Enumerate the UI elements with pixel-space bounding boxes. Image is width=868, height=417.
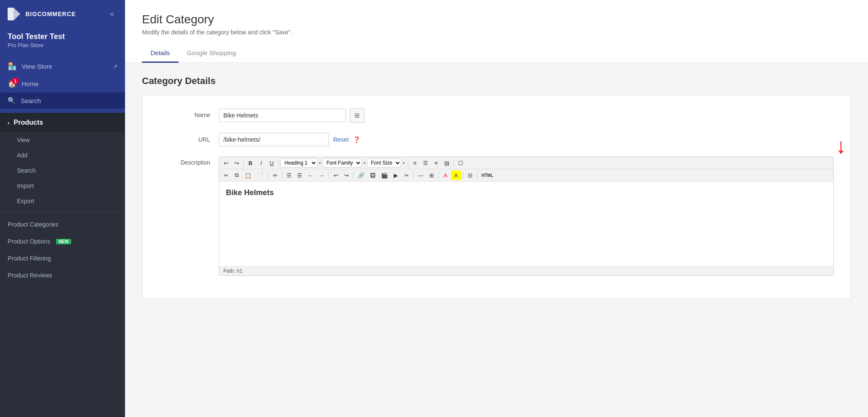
description-label: Description [159,157,210,166]
sidebar-dark: ‹ Products View Add Search Import Export… [0,113,125,417]
outdent-button[interactable]: ← [305,171,316,180]
red-arrow-indicator: ↓ [836,135,846,157]
section-title: Category Details [142,76,851,87]
page-header: Edit Category Modify the details of the … [125,0,868,63]
undo-button[interactable]: ↩ [221,158,231,168]
logo-text: BIGCOMMERCE [25,11,76,17]
italic-button[interactable]: I [256,158,266,168]
home-badge: 1 [12,78,19,84]
product-options-badge: NEW [56,239,71,244]
description-row: Description ↓ ↩ ↪ B I U [159,157,834,276]
bold-button[interactable]: B [245,158,256,168]
text-color-button[interactable]: A [440,171,451,180]
paste-text-button[interactable]: 📄 [254,171,266,180]
youtube-button[interactable]: ▶ [391,171,401,180]
toolbar-sep-3 [408,159,408,167]
logo-area: BIGCOMMERCE [6,6,76,22]
toolbar-sep-1 [243,159,244,167]
widget-button[interactable]: ✂ [401,171,412,180]
editor-content-area[interactable]: Bike Helmets [219,182,833,266]
hr-button[interactable]: — [415,171,426,180]
align-center-button[interactable]: ☰ [420,158,431,168]
bigcommerce-logo-icon [6,6,22,22]
box-button[interactable]: ☐ [456,158,466,168]
sidebar-item-add[interactable]: Add [0,148,125,163]
copy-button[interactable]: ⧉ [231,171,242,180]
name-input[interactable] [219,109,346,122]
editor-status-bar: Path: h1 [219,266,833,275]
redo-button[interactable]: ↪ [231,158,242,168]
align-right-button[interactable]: ≡ [431,158,441,168]
store-info: Tool Tester Test Pro Plan Store [0,28,125,55]
editor-wrapper: ↩ ↪ B I U Heading 1 Heading 2 Heading 3 [219,157,834,276]
toolbar-sep-8 [353,171,353,179]
name-row: Name ⊞ [159,108,834,123]
sidebar-collapse-button[interactable]: « [107,8,117,20]
url-control-area: Reset ❓ [219,133,834,146]
toolbar-sep-11 [463,171,463,179]
indent-button[interactable]: → [316,171,327,180]
justify-button[interactable]: ▤ [442,158,452,168]
name-icon-button[interactable]: ⊞ [350,108,364,123]
reset-link[interactable]: Reset [333,136,349,143]
tab-details[interactable]: Details [142,44,178,63]
media-button[interactable]: 🎬 [378,171,390,180]
tabs: Details Google Shopping [142,44,851,62]
editor-toolbar-row1: ↩ ↪ B I U Heading 1 Heading 2 Heading 3 [219,157,833,169]
heading-select[interactable]: Heading 1 Heading 2 Heading 3 Paragraph [281,158,317,168]
product-reviews-label: Product Reviews [8,272,52,279]
help-icon: ❓ [353,136,360,143]
ordered-list-button[interactable]: ☰ [295,171,305,180]
sidebar-item-view[interactable]: View [0,132,125,148]
main-content: Edit Category Modify the details of the … [125,0,868,417]
search-icon: 🔍 [8,97,16,104]
sidebar-item-product-options[interactable]: Product Options NEW [0,233,125,250]
url-input[interactable] [219,133,329,146]
sidebar-item-product-filtering[interactable]: Product Filtering [0,250,125,267]
toolbar-sep-12 [477,171,477,179]
form-card: Name ⊞ URL Reset ❓ Descripti [142,95,851,299]
html-source-button[interactable]: HTML [479,171,496,180]
editor-heading-text: Bike Helmets [226,188,274,197]
toolbar-sep-6 [282,171,282,179]
heading-select-arrow: ▾ [319,160,321,166]
sidebar-item-product-reviews[interactable]: Product Reviews [0,267,125,284]
link-button[interactable]: 🔗 [355,171,367,180]
sidebar-item-export[interactable]: Export [0,193,125,209]
undo2-button[interactable]: ↩ [331,171,341,180]
sidebar-item-view-store[interactable]: 🏪 View Store ↗ [0,58,125,75]
toolbar-sep-10 [438,171,439,179]
name-control-area: ⊞ [219,108,834,123]
sidebar-item-home[interactable]: 🏠 1 Home [0,75,125,92]
font-family-arrow: ▾ [363,160,366,166]
name-label: Name [159,108,210,118]
tab-google-shopping[interactable]: Google Shopping [178,44,245,63]
external-link-icon: ↗ [113,63,117,70]
page-title: Edit Category [142,13,851,26]
editor-outer: ↓ ↩ ↪ B I U Heading 1 [219,157,834,276]
align-left-button[interactable]: ≡ [410,158,420,168]
font-size-select[interactable]: Font Size [367,158,401,168]
sidebar-item-import[interactable]: Import [0,178,125,193]
font-family-select[interactable]: Font Family [323,158,362,168]
sidebar-products-label: Products [14,119,43,126]
sidebar-item-search[interactable]: Search [0,163,125,178]
redo2-button[interactable]: ↪ [341,171,351,180]
url-row: URL Reset ❓ [159,133,834,146]
underline-button[interactable]: U [267,158,277,168]
line-button[interactable]: ⊟ [465,171,475,180]
image-button[interactable]: 🖼 [367,171,378,180]
edit-button[interactable]: ✏ [270,171,280,180]
table-button[interactable]: ⊞ [426,171,437,180]
sidebar-products-section[interactable]: ‹ Products [0,113,125,132]
sidebar-item-search[interactable]: 🔍 Search [0,92,125,109]
sidebar-item-product-categories[interactable]: Product Categories [0,216,125,233]
toolbar-sep-5 [268,171,268,179]
paste-button[interactable]: 📋 [242,171,254,180]
font-size-arrow: ▾ [403,160,405,166]
form-section: Category Details Name ⊞ URL Reset ❓ [125,63,868,312]
sidebar: BIGCOMMERCE « Tool Tester Test Pro Plan … [0,0,125,417]
highlight-button[interactable]: A [451,171,461,180]
cut-button[interactable]: ✂ [221,171,231,180]
unordered-list-button[interactable]: ☰ [284,171,294,180]
